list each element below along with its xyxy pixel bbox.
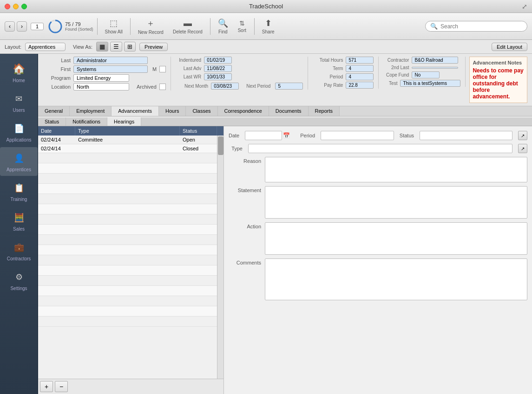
list-item[interactable]: [38, 204, 217, 214]
type-edit-button[interactable]: ↗: [518, 144, 527, 153]
back-button[interactable]: ‹: [5, 21, 15, 32]
list-item[interactable]: [38, 286, 217, 296]
status-edit-button[interactable]: ↗: [518, 131, 527, 140]
new-record-button[interactable]: ＋ New Record: [134, 16, 167, 37]
status-label: Status: [400, 133, 414, 138]
reason-field[interactable]: [265, 157, 527, 182]
tab-general[interactable]: General: [38, 106, 70, 116]
close-button[interactable]: [5, 4, 10, 9]
list-item[interactable]: [38, 174, 217, 184]
period-value[interactable]: 4: [346, 73, 374, 80]
forward-button[interactable]: ›: [17, 21, 27, 32]
indentured-value[interactable]: 01/02/19: [204, 57, 232, 64]
first-value[interactable]: Systems: [73, 65, 148, 73]
minimize-button[interactable]: [13, 4, 19, 9]
search-box[interactable]: 🔍: [425, 21, 527, 32]
list-item[interactable]: [38, 235, 217, 245]
sidebar-label-apprentices: Apprentices: [7, 167, 31, 172]
show-all-button[interactable]: ⬚ Show All: [101, 16, 126, 36]
sidebar-item-apprentices[interactable]: 👤 Apprentices: [0, 147, 38, 176]
tab-correspondence[interactable]: Correspondence: [218, 106, 269, 116]
date-field[interactable]: [245, 131, 282, 140]
sub-tab-notifications[interactable]: Notifications: [66, 117, 107, 126]
list-item[interactable]: [38, 245, 217, 255]
tab-classes[interactable]: Classes: [186, 106, 217, 116]
list-item[interactable]: [38, 265, 217, 276]
list-item[interactable]: 02/24/14 Closed: [38, 144, 217, 153]
add-row-button[interactable]: +: [40, 381, 53, 392]
program-value[interactable]: Limited Energy: [73, 74, 129, 82]
tab-hours[interactable]: Hours: [159, 106, 186, 116]
scroll-thumb[interactable]: [218, 136, 223, 155]
test-value[interactable]: This is a testSystems: [400, 80, 460, 87]
view-list-button[interactable]: ☰: [110, 42, 122, 52]
archived-checkbox[interactable]: [159, 84, 166, 90]
sidebar-item-contractors[interactable]: 💼 Contractors: [0, 236, 38, 265]
list-item[interactable]: [38, 296, 217, 306]
next-period-label: Next Period: [246, 84, 270, 89]
delete-record-button[interactable]: ▬ Delete Record: [169, 17, 206, 36]
list-item[interactable]: 02/24/14 Committee Open: [38, 136, 217, 144]
remove-row-button[interactable]: −: [55, 381, 68, 392]
sort-button[interactable]: ⇅ Sort: [234, 18, 250, 35]
tab-reports[interactable]: Reports: [309, 106, 340, 116]
period-field[interactable]: [321, 131, 394, 140]
list-item[interactable]: [38, 225, 217, 235]
list-scrollbar[interactable]: [217, 136, 223, 379]
sub-tab-hearings[interactable]: Hearings: [107, 117, 141, 126]
contractor-value[interactable]: B&O Railroad: [412, 57, 458, 64]
tab-documents[interactable]: Documents: [269, 106, 309, 116]
status-field[interactable]: [420, 131, 512, 140]
list-item[interactable]: [38, 316, 217, 327]
list-item[interactable]: [38, 255, 217, 265]
action-field[interactable]: [265, 222, 527, 255]
edit-layout-button[interactable]: Edit Layout: [492, 43, 527, 51]
list-item[interactable]: [38, 153, 217, 163]
second-last-value[interactable]: [412, 67, 458, 69]
next-period-value[interactable]: 5: [275, 83, 303, 90]
type-field[interactable]: [248, 144, 512, 153]
last-adv-value[interactable]: 11/08/22: [204, 65, 232, 72]
record-number[interactable]: 1: [31, 23, 44, 30]
total-hours-value[interactable]: 571: [346, 57, 374, 64]
sub-tab-status[interactable]: Status: [38, 117, 66, 126]
last-adv-label: Last Adv: [176, 66, 201, 71]
sidebar-item-home[interactable]: 🏠 Home: [0, 58, 38, 87]
tab-advancements[interactable]: Advancements: [112, 106, 159, 116]
view-form-button[interactable]: ▦: [96, 42, 108, 52]
statement-field[interactable]: [265, 186, 527, 219]
location-value[interactable]: North: [73, 83, 129, 90]
sidebar-item-sales[interactable]: 🧮 Sales: [0, 207, 38, 235]
list-item[interactable]: [38, 194, 217, 204]
maximize-button[interactable]: [21, 4, 27, 9]
next-month-value[interactable]: 03/08/23: [211, 83, 239, 90]
sidebar-item-settings[interactable]: ⚙ Settings: [0, 266, 38, 295]
list-item[interactable]: [38, 306, 217, 316]
last-value[interactable]: Administrator: [73, 57, 148, 64]
sidebar-label-users: Users: [13, 108, 25, 113]
list-item[interactable]: [38, 184, 217, 194]
list-item[interactable]: [38, 163, 217, 174]
cope-fund-value[interactable]: No: [412, 71, 440, 78]
search-input[interactable]: [440, 23, 522, 30]
term-value[interactable]: 4: [346, 65, 374, 72]
view-table-button[interactable]: ⊞: [124, 42, 136, 52]
layout-select[interactable]: Apprentices: [25, 43, 66, 51]
calendar-icon[interactable]: 📅: [283, 132, 290, 139]
share-button[interactable]: ⬆ Share: [258, 16, 278, 36]
pay-rate-value[interactable]: 22.8: [346, 82, 374, 89]
sidebar-item-applications[interactable]: 📄 Applications: [0, 117, 38, 146]
preview-button[interactable]: Preview: [139, 43, 168, 51]
svg-point-1: [49, 20, 61, 32]
period-label: Period: [300, 133, 315, 138]
comments-field[interactable]: [265, 258, 527, 300]
find-button[interactable]: 🔍 Find: [214, 16, 232, 36]
sidebar: 🏠 Home ✉ Users 📄 Applications 👤 Apprenti…: [0, 54, 38, 394]
list-item[interactable]: [38, 276, 217, 286]
last-wr-value[interactable]: 10/01/33: [204, 73, 232, 80]
sidebar-item-users[interactable]: ✉ Users: [0, 88, 38, 116]
list-item[interactable]: [38, 214, 217, 225]
sidebar-item-training[interactable]: 📋 Training: [0, 177, 38, 206]
middle-initial-checkbox[interactable]: [159, 66, 166, 72]
tab-employment[interactable]: Employment: [70, 106, 112, 116]
